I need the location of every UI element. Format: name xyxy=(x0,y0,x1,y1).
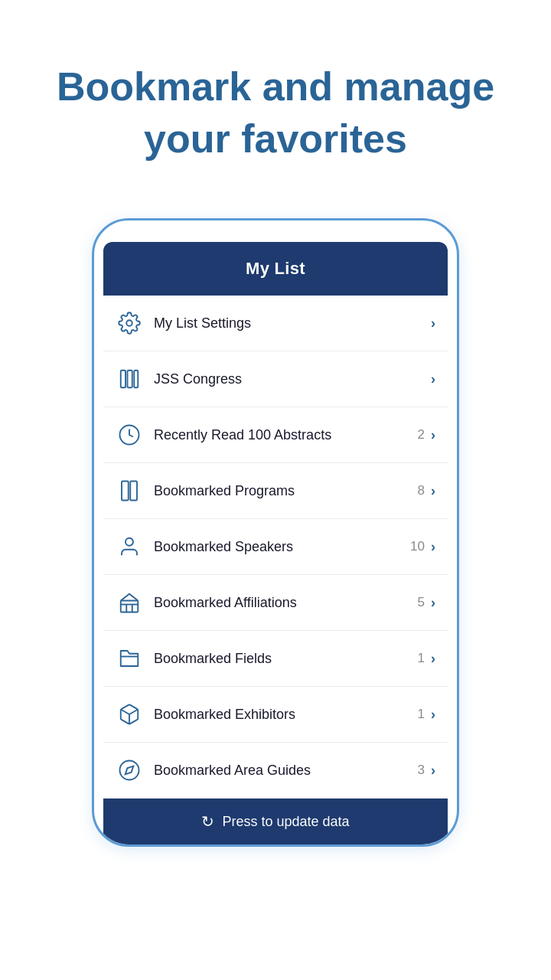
svg-rect-4 xyxy=(122,482,129,501)
svg-marker-14 xyxy=(126,766,134,775)
svg-rect-5 xyxy=(130,482,137,501)
list-items: My List Settings › JSS Congress › xyxy=(103,296,448,799)
hero-section: Bookmark and manage your favorites xyxy=(0,0,551,195)
speakers-chevron: › xyxy=(431,539,435,555)
settings-chevron: › xyxy=(431,315,435,332)
speakers-count: 10 xyxy=(410,539,425,554)
person-icon xyxy=(116,533,143,560)
box-icon xyxy=(116,701,143,728)
programs-icon xyxy=(116,477,143,505)
list-item-speakers[interactable]: Bookmarked Speakers 10 › xyxy=(103,519,448,575)
affiliations-chevron: › xyxy=(431,595,435,611)
list-header: My List xyxy=(103,242,448,296)
speakers-label: Bookmarked Speakers xyxy=(154,539,410,555)
fields-count: 1 xyxy=(418,651,425,666)
svg-point-13 xyxy=(120,761,139,780)
book-icon xyxy=(116,365,143,393)
phone-mockup: My List My List Settings › xyxy=(92,218,459,847)
svg-rect-7 xyxy=(121,601,139,612)
list-item-exhibitors[interactable]: Bookmarked Exhibitors 1 › xyxy=(103,687,448,743)
exhibitors-count: 1 xyxy=(418,707,425,722)
affiliations-count: 5 xyxy=(418,595,425,610)
area-guides-chevron: › xyxy=(431,763,435,779)
hero-title: Bookmark and manage your favorites xyxy=(31,61,520,165)
affiliations-label: Bookmarked Affiliations xyxy=(154,595,418,611)
fields-label: Bookmarked Fields xyxy=(154,651,418,667)
area-guides-count: 3 xyxy=(418,763,425,778)
list-item-programs[interactable]: Bookmarked Programs 8 › xyxy=(103,463,448,519)
abstracts-label: Recently Read 100 Abstracts xyxy=(154,427,418,443)
folder-icon xyxy=(116,645,143,672)
settings-label: My List Settings xyxy=(154,315,431,332)
list-item-area-guides[interactable]: Bookmarked Area Guides 3 › xyxy=(103,743,448,799)
svg-point-6 xyxy=(126,538,133,546)
list-item-affiliations[interactable]: Bookmarked Affiliations 5 › xyxy=(103,575,448,631)
exhibitors-label: Bookmarked Exhibitors xyxy=(154,707,418,723)
list-item-fields[interactable]: Bookmarked Fields 1 › xyxy=(103,631,448,687)
list-header-title: My List xyxy=(246,259,305,278)
congress-chevron: › xyxy=(431,371,435,387)
refresh-icon: ↻ xyxy=(201,812,214,831)
list-item-congress[interactable]: JSS Congress › xyxy=(103,351,448,407)
programs-chevron: › xyxy=(431,483,435,499)
building-icon xyxy=(116,589,143,616)
list-item-settings[interactable]: My List Settings › xyxy=(103,296,448,351)
fields-chevron: › xyxy=(431,651,435,667)
list-item-abstracts[interactable]: Recently Read 100 Abstracts 2 › xyxy=(103,407,448,463)
clock-icon xyxy=(116,421,143,449)
programs-label: Bookmarked Programs xyxy=(154,483,418,499)
bottom-bar-label: Press to update data xyxy=(222,814,349,830)
svg-rect-0 xyxy=(121,371,126,388)
area-guides-label: Bookmarked Area Guides xyxy=(154,763,418,779)
bottom-bar[interactable]: ↻ Press to update data xyxy=(103,799,448,844)
abstracts-count: 2 xyxy=(418,427,425,443)
phone-screen: My List My List Settings › xyxy=(103,242,448,844)
compass-icon xyxy=(116,756,143,784)
congress-label: JSS Congress xyxy=(154,371,431,387)
exhibitors-chevron: › xyxy=(431,707,435,723)
gear-icon xyxy=(116,309,143,337)
svg-rect-1 xyxy=(128,371,132,388)
programs-count: 8 xyxy=(418,483,425,498)
svg-rect-2 xyxy=(134,371,138,388)
abstracts-chevron: › xyxy=(431,427,435,443)
